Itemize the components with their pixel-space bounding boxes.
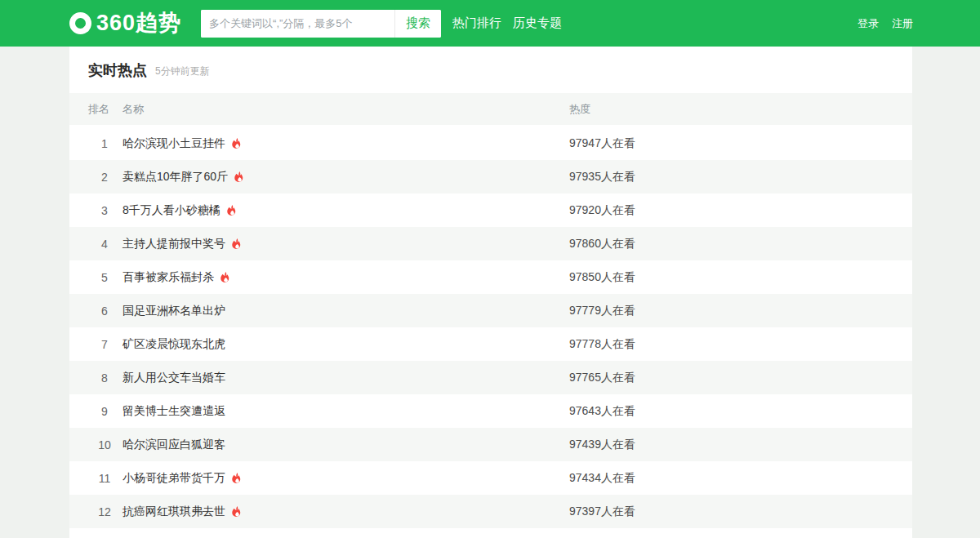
rank-cell: 10 bbox=[88, 438, 121, 451]
topic-link[interactable]: 小杨哥徒弟带货千万 bbox=[122, 471, 225, 486]
search-bar: 搜索 bbox=[201, 10, 441, 38]
name-cell: 卖糕点10年胖了60斤 bbox=[122, 170, 569, 185]
column-header-heat: 热度 bbox=[569, 102, 912, 117]
topic-link[interactable]: 哈尔滨现小土豆挂件 bbox=[122, 136, 225, 151]
table-row: 5 百事被家乐福封杀 97850人在看 bbox=[69, 260, 912, 294]
topic-link[interactable]: 8千万人看小砂糖橘 bbox=[122, 203, 220, 218]
name-cell: 国足亚洲杯名单出炉 bbox=[122, 304, 569, 318]
logo-dot-icon bbox=[83, 26, 89, 32]
updated-label: 5分钟前更新 bbox=[155, 62, 210, 78]
fire-icon bbox=[231, 472, 243, 484]
name-cell: 百事被家乐福封杀 bbox=[122, 270, 569, 285]
topic-link[interactable]: 哈尔滨回应白狐迎客 bbox=[122, 438, 225, 452]
rank-cell: 9 bbox=[88, 405, 121, 418]
topic-link[interactable]: 国足亚洲杯名单出炉 bbox=[122, 304, 225, 318]
rank-cell: 11 bbox=[88, 472, 121, 485]
fire-icon bbox=[226, 204, 238, 216]
heat-cell: 97920人在看 bbox=[569, 203, 912, 218]
nav-hot-ranking[interactable]: 热门排行 bbox=[452, 16, 501, 31]
table-row: 10 哈尔滨回应白狐迎客 97439人在看 bbox=[69, 428, 912, 461]
name-cell: 矿区凌晨惊现东北虎 bbox=[122, 337, 569, 352]
auth-links: 登录 注册 bbox=[844, 0, 913, 47]
top-navbar: 360趋势 搜索 热门排行 历史专题 登录 注册 bbox=[0, 0, 980, 47]
brand-logo[interactable]: 360趋势 bbox=[69, 12, 181, 34]
name-cell: 新人用公交车当婚车 bbox=[122, 371, 569, 385]
fire-icon bbox=[231, 137, 243, 149]
fire-icon bbox=[231, 505, 243, 518]
heat-cell: 97778人在看 bbox=[569, 337, 912, 352]
heat-cell: 97439人在看 bbox=[569, 438, 912, 452]
table-row: 1 哈尔滨现小土豆挂件 97947人在看 bbox=[69, 127, 912, 160]
login-link[interactable]: 登录 bbox=[858, 16, 879, 31]
brand-logo-text: 360趋势 bbox=[96, 12, 181, 34]
table-row: 11 小杨哥徒弟带货千万 97434人在看 bbox=[69, 461, 912, 495]
heat-cell: 97935人在看 bbox=[569, 170, 912, 185]
topic-link[interactable]: 卖糕点10年胖了60斤 bbox=[122, 170, 228, 185]
name-cell: 哈尔滨现小土豆挂件 bbox=[122, 136, 569, 151]
rank-cell: 8 bbox=[88, 371, 121, 385]
heat-cell: 97860人在看 bbox=[569, 237, 912, 251]
main-nav: 热门排行 历史专题 bbox=[441, 16, 562, 31]
heat-cell: 97643人在看 bbox=[569, 404, 912, 419]
table-row: 7 矿区凌晨惊现东北虎 97778人在看 bbox=[69, 327, 912, 361]
name-cell: 抗癌网红琪琪弗去世 bbox=[122, 505, 569, 519]
register-link[interactable]: 注册 bbox=[892, 16, 913, 31]
name-cell: 8千万人看小砂糖橘 bbox=[122, 203, 569, 218]
rank-cell: 2 bbox=[88, 171, 121, 184]
card-header: 实时热点 5分钟前更新 bbox=[69, 47, 912, 93]
hot-list: 1 哈尔滨现小土豆挂件 97947人在看 2 卖糕点10年胖了60斤 97935… bbox=[69, 127, 912, 528]
rank-cell: 5 bbox=[88, 271, 121, 284]
name-cell: 哈尔滨回应白狐迎客 bbox=[122, 438, 569, 452]
table-header: 排名 名称 热度 bbox=[69, 93, 912, 125]
rank-cell: 12 bbox=[88, 505, 121, 518]
table-row: 9 留美博士生突遭遣返 97643人在看 bbox=[69, 394, 912, 428]
page-title: 实时热点 bbox=[88, 60, 147, 80]
rank-cell: 3 bbox=[88, 204, 121, 217]
fire-icon bbox=[234, 171, 246, 183]
heat-cell: 97765人在看 bbox=[569, 371, 912, 385]
topic-link[interactable]: 百事被家乐福封杀 bbox=[122, 270, 214, 285]
table-row: 6 国足亚洲杯名单出炉 97779人在看 bbox=[69, 294, 912, 327]
topic-link[interactable]: 抗癌网红琪琪弗去世 bbox=[122, 505, 225, 519]
topic-link[interactable]: 矿区凌晨惊现东北虎 bbox=[122, 337, 225, 352]
nav-history-topics[interactable]: 历史专题 bbox=[513, 16, 562, 31]
heat-cell: 97397人在看 bbox=[569, 505, 912, 519]
heat-cell: 97850人在看 bbox=[569, 270, 912, 285]
column-header-rank: 排名 bbox=[88, 102, 121, 117]
fire-icon bbox=[231, 238, 243, 250]
rank-cell: 1 bbox=[88, 137, 121, 150]
name-cell: 小杨哥徒弟带货千万 bbox=[122, 471, 569, 486]
topic-link[interactable]: 新人用公交车当婚车 bbox=[122, 371, 225, 385]
table-row: 2 卖糕点10年胖了60斤 97935人在看 bbox=[69, 160, 912, 193]
table-row: 8 新人用公交车当婚车 97765人在看 bbox=[69, 361, 912, 394]
rank-cell: 4 bbox=[88, 238, 121, 251]
table-row: 3 8千万人看小砂糖橘 97920人在看 bbox=[69, 193, 912, 227]
topic-link[interactable]: 主持人提前报中奖号 bbox=[122, 237, 225, 251]
column-header-name: 名称 bbox=[122, 102, 569, 117]
search-input[interactable] bbox=[201, 10, 394, 38]
rank-cell: 7 bbox=[88, 338, 121, 351]
table-row: 4 主持人提前报中奖号 97860人在看 bbox=[69, 227, 912, 260]
hot-list-card: 实时热点 5分钟前更新 排名 名称 热度 1 哈尔滨现小土豆挂件 97947人在… bbox=[69, 47, 912, 538]
search-button[interactable]: 搜索 bbox=[394, 10, 441, 38]
rank-cell: 6 bbox=[88, 305, 121, 318]
fire-icon bbox=[220, 271, 232, 283]
topic-link[interactable]: 留美博士生突遭遣返 bbox=[122, 404, 225, 419]
name-cell: 主持人提前报中奖号 bbox=[122, 237, 569, 251]
heat-cell: 97434人在看 bbox=[569, 471, 912, 486]
heat-cell: 97947人在看 bbox=[569, 136, 912, 151]
heat-cell: 97779人在看 bbox=[569, 304, 912, 318]
name-cell: 留美博士生突遭遣返 bbox=[122, 404, 569, 419]
360-logo-icon bbox=[69, 12, 91, 34]
table-row: 12 抗癌网红琪琪弗去世 97397人在看 bbox=[69, 495, 912, 528]
